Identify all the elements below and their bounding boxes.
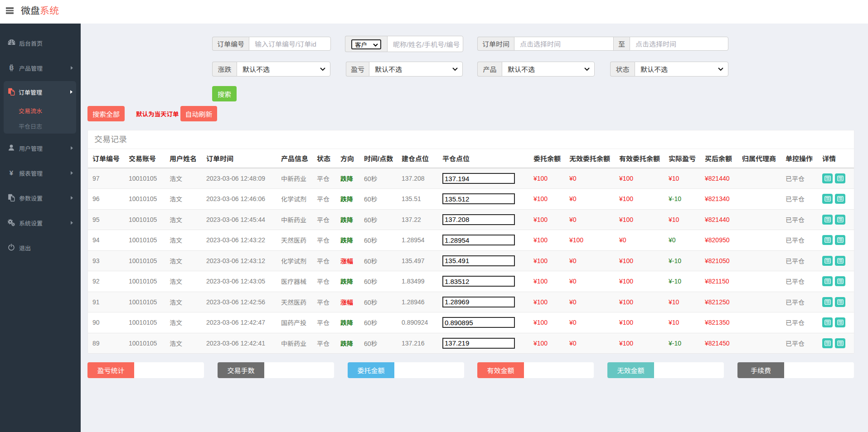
svg-text:B: B — [9, 64, 14, 71]
